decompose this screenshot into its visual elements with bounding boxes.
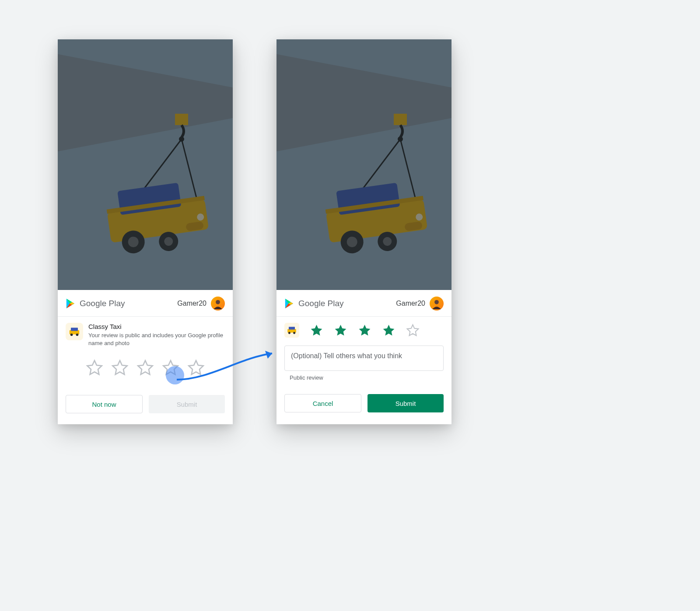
game-backdrop bbox=[58, 39, 233, 290]
game-backdrop bbox=[276, 39, 452, 290]
star-4[interactable] bbox=[382, 324, 396, 337]
not-now-label: Not now bbox=[92, 401, 116, 408]
username-label: Gamer20 bbox=[177, 300, 206, 307]
user-avatar[interactable] bbox=[430, 297, 444, 311]
app-icon bbox=[66, 323, 83, 340]
submit-button-disabled: Submit bbox=[149, 395, 225, 413]
svg-point-27 bbox=[76, 333, 79, 336]
submit-label: Submit bbox=[177, 401, 197, 408]
google-play-icon bbox=[66, 298, 75, 309]
svg-point-26 bbox=[70, 333, 73, 336]
public-review-label: Public review bbox=[276, 374, 452, 381]
review-sheet-2: Google Play Gamer20 (Opti bbox=[276, 290, 452, 421]
cancel-button[interactable]: Cancel bbox=[284, 394, 361, 412]
brand-name: Google Play bbox=[298, 299, 344, 308]
sheet-header: Google Play Gamer20 bbox=[276, 290, 452, 317]
svg-point-51 bbox=[288, 332, 290, 334]
sheet-header: Google Play Gamer20 bbox=[58, 290, 233, 317]
review-placeholder: (Optional) Tell others what you think bbox=[291, 352, 402, 360]
cancel-label: Cancel bbox=[313, 400, 333, 407]
submit-label: Submit bbox=[396, 400, 416, 407]
not-now-button[interactable]: Not now bbox=[66, 395, 143, 413]
app-title: Classy Taxi bbox=[88, 323, 225, 330]
star-rating-picker bbox=[276, 317, 452, 341]
google-play-icon bbox=[284, 298, 294, 309]
phone-screen-2: Google Play Gamer20 (Opti bbox=[276, 39, 452, 424]
svg-point-48 bbox=[434, 300, 439, 304]
flow-arrow-icon bbox=[174, 349, 279, 384]
star-5[interactable] bbox=[406, 324, 420, 337]
star-2[interactable] bbox=[334, 324, 347, 337]
svg-rect-25 bbox=[71, 328, 78, 331]
submit-button[interactable]: Submit bbox=[368, 394, 444, 412]
privacy-note: Your review is public and includes your … bbox=[88, 332, 225, 347]
review-text-input[interactable]: (Optional) Tell others what you think bbox=[284, 346, 444, 371]
brand-name: Google Play bbox=[80, 299, 125, 308]
svg-rect-50 bbox=[289, 327, 295, 329]
app-info-row: Classy Taxi Your review is public and in… bbox=[58, 317, 233, 349]
star-2[interactable] bbox=[111, 359, 129, 377]
svg-point-52 bbox=[293, 332, 295, 334]
button-row: Not now Submit bbox=[58, 382, 233, 422]
button-row: Cancel Submit bbox=[276, 381, 452, 421]
star-1[interactable] bbox=[310, 324, 323, 337]
star-1[interactable] bbox=[86, 359, 103, 377]
star-3[interactable] bbox=[136, 359, 154, 377]
star-3[interactable] bbox=[358, 324, 371, 337]
user-avatar[interactable] bbox=[211, 297, 225, 311]
app-icon bbox=[284, 323, 299, 338]
username-label: Gamer20 bbox=[396, 300, 425, 307]
svg-point-23 bbox=[216, 300, 220, 304]
